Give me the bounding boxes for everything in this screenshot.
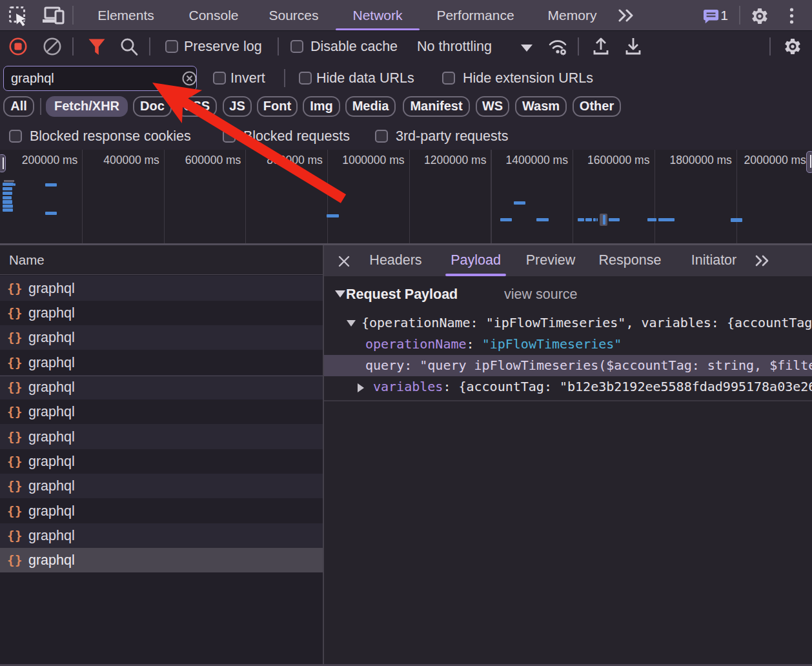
req-5[interactable]: {}graphql — [0, 375, 323, 399]
tab-network[interactable]: Network — [336, 0, 420, 30]
blocked-row: Blocked response cookies Blocked request… — [0, 123, 812, 150]
rows: {}graphql {}graphql {}graphql {}graphql … — [0, 276, 323, 572]
pill-media[interactable]: Media — [345, 96, 396, 117]
blocked-cookies-cb[interactable] — [9, 130, 22, 143]
net-conditions — [547, 38, 568, 56]
more-tabs — [618, 9, 637, 22]
pill-manifest[interactable]: Manifest — [403, 96, 470, 117]
clear-btn[interactable] — [43, 37, 61, 56]
menu-dots — [788, 7, 795, 25]
preserve-log-cb[interactable] — [165, 40, 178, 53]
req-11[interactable]: {}graphql — [0, 523, 323, 548]
req-12-selected[interactable]: {}graphql — [0, 548, 323, 572]
blocked-requests: Blocked requests — [243, 127, 350, 145]
req-1[interactable]: {}graphql — [0, 276, 323, 300]
json-variables: variables: {accountTag: "b12e3b2192ee558… — [324, 376, 812, 398]
pill-css[interactable]: CSS — [176, 96, 217, 117]
record-btn[interactable] — [9, 37, 27, 56]
dtab-headers[interactable]: Headers — [363, 245, 428, 276]
req-10[interactable]: {}graphql — [0, 498, 323, 523]
thirdparty-cb[interactable] — [375, 130, 388, 143]
export-har[interactable] — [624, 37, 642, 56]
main-toolbar: Elements Console Sources Network Perform… — [0, 0, 812, 31]
pill-other[interactable]: Other — [573, 96, 621, 117]
pill-img[interactable]: Img — [303, 96, 340, 117]
pill-doc[interactable]: Doc — [133, 96, 172, 117]
pill-js[interactable]: JS — [223, 96, 252, 117]
req-6[interactable]: {}graphql — [0, 399, 323, 424]
json-query: query: "query ipFlowTimeseries($accountT… — [324, 355, 812, 376]
clear-filter[interactable] — [182, 71, 197, 86]
pill-fetch[interactable]: Fetch/XHR — [46, 96, 128, 117]
req-9[interactable]: {}graphql — [0, 474, 323, 498]
payload-content: Request Payload view source {operationNa… — [324, 276, 812, 663]
req-4[interactable]: {}graphql — [0, 350, 323, 374]
request-payload-title: Request Payload — [346, 281, 458, 307]
dtab-payload[interactable]: Payload — [445, 245, 506, 276]
disable-cache: Disable cache — [310, 37, 398, 56]
view-source[interactable]: view source — [504, 281, 578, 307]
dtab-preview[interactable]: Preview — [522, 245, 580, 276]
filter-btn[interactable] — [88, 38, 106, 56]
filter-pills: All Fetch/XHR Doc CSS JS Font Img Media … — [0, 94, 812, 123]
close-details[interactable] — [338, 256, 350, 267]
details-panel: Headers Payload Preview Response Initiat… — [324, 245, 812, 665]
settings-icon[interactable] — [750, 6, 769, 26]
inspect-icon — [8, 6, 30, 26]
overview-handle-right — [806, 151, 812, 173]
req-3[interactable]: {}graphql — [0, 325, 323, 350]
tab-memory[interactable]: Memory — [543, 0, 602, 30]
invert-cb[interactable] — [213, 72, 226, 85]
import-har[interactable] — [592, 37, 610, 56]
filter-input[interactable]: graphql — [3, 66, 197, 91]
hide-ext-cb[interactable] — [442, 72, 455, 85]
thirdparty: 3rd-party requests — [396, 127, 508, 145]
device-icon — [41, 6, 67, 25]
blocked-requests-cb[interactable] — [223, 130, 236, 143]
tab-elements[interactable]: Elements — [90, 0, 161, 30]
json-root: {operationName: "ipFlowTimeseries", vari… — [324, 312, 812, 334]
pill-font[interactable]: Font — [257, 96, 298, 117]
search-btn[interactable] — [119, 37, 139, 56]
req-7[interactable]: {}graphql — [0, 424, 323, 449]
network-toolbar: Preserve log Disable cache No throttling — [0, 31, 812, 62]
filter-bar: graphql Invert Hide data URLs Hide exten… — [0, 62, 812, 94]
dtab-response[interactable]: Response — [595, 245, 665, 276]
more-dtabs — [755, 255, 772, 267]
pill-ws[interactable]: WS — [476, 96, 509, 117]
tab-sources[interactable]: Sources — [258, 0, 329, 30]
hide-data-cb[interactable] — [299, 72, 312, 85]
blocked-cookies: Blocked response cookies — [30, 127, 191, 145]
tab-console[interactable]: Console — [178, 0, 249, 30]
col-name-header: Name — [0, 245, 323, 276]
req-2[interactable]: {}graphql — [0, 301, 323, 325]
hide-data: Hide data URLs — [316, 69, 414, 87]
timeline-overview: 200000 ms 400000 ms 600000 ms 800000 ms … — [0, 150, 812, 245]
invert: Invert — [230, 69, 265, 87]
dtab-initiator[interactable]: Initiator — [684, 245, 744, 276]
tab-performance[interactable]: Performance — [433, 0, 518, 30]
hide-ext: Hide extension URLs — [463, 69, 593, 87]
disable-cache-cb[interactable] — [290, 40, 303, 53]
pill-all[interactable]: All — [3, 96, 34, 117]
devtools-network-panel: Elements Console Sources Network Perform… — [0, 0, 812, 666]
pill-wasm[interactable]: Wasm — [515, 96, 567, 117]
requests-table: Name {}graphql {}graphql {}graphql {}gra… — [0, 245, 323, 665]
net-settings[interactable] — [783, 37, 802, 56]
preserve-log: Preserve log — [184, 37, 262, 56]
req-8[interactable]: {}graphql — [0, 449, 323, 474]
details-tabs: Headers Payload Preview Response Initiat… — [324, 245, 812, 276]
json-operation: operationName: "ipFlowTimeseries" — [324, 334, 812, 355]
throttling[interactable]: No throttling — [417, 37, 492, 56]
